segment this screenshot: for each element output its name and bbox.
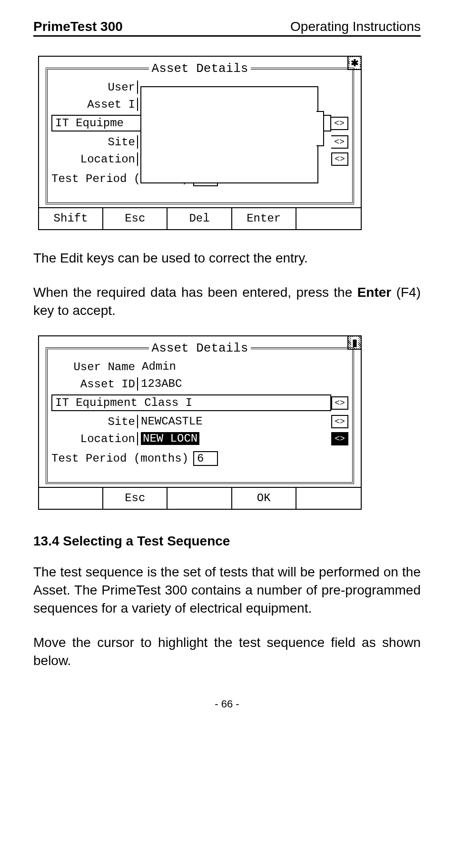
softkey-blank-2 (168, 488, 232, 509)
site-label: Site (51, 136, 137, 149)
asset-id-value-2[interactable]: 123ABC (137, 377, 331, 391)
softkey-blank-1 (39, 488, 103, 509)
softkey-row-2: Esc OK (39, 487, 361, 509)
location-arrows-icon[interactable]: <> (331, 152, 348, 166)
page-number: - 66 - (33, 698, 421, 710)
location-label: Location (51, 153, 137, 166)
user-label: User (51, 81, 137, 94)
location-value-2[interactable]: NEW LOCN (137, 432, 331, 445)
softkey-shift[interactable]: Shift (39, 208, 103, 229)
asset-id-label-2: Asset ID (51, 378, 137, 391)
softkey-blank (296, 208, 361, 229)
softkey-del[interactable]: Del (168, 208, 232, 229)
text-entry-popup[interactable] (140, 86, 318, 183)
paragraph-test-sequence: The test sequence is the set of tests th… (33, 563, 421, 617)
header-title-left: PrimeTest 300 (33, 19, 123, 34)
softkey-esc[interactable]: Esc (103, 208, 168, 229)
para2-pre: When the required data has been entered,… (33, 285, 357, 300)
softkey-enter[interactable]: Enter (232, 208, 296, 229)
page-header: PrimeTest 300 Operating Instructions (33, 19, 421, 37)
location-value-2-text: NEW LOCN (141, 432, 199, 445)
asset-id-label: Asset I (51, 98, 137, 111)
site-arrows-icon[interactable]: <> (331, 135, 348, 149)
softkey-row: Shift Esc Del Enter (39, 207, 361, 229)
class-arrows-icon[interactable]: <> (331, 117, 348, 130)
panel-title-2: Asset Details (149, 341, 251, 355)
softkey-ok[interactable]: OK (232, 488, 296, 509)
panel-title: Asset Details (149, 61, 251, 76)
paragraph-press-enter: When the required data has been entered,… (33, 283, 421, 320)
location-label-2: Location (51, 433, 137, 445)
paragraph-edit-keys: The Edit keys can be used to correct the… (33, 249, 421, 267)
user-name-value: Admin (137, 360, 331, 373)
header-title-right: Operating Instructions (290, 19, 421, 34)
para2-bold: Enter (357, 285, 392, 300)
section-heading: 13.4 Selecting a Test Sequence (33, 534, 421, 549)
location-arrows-icon-2[interactable]: <> (331, 432, 348, 445)
softkey-esc-2[interactable]: Esc (103, 488, 168, 509)
test-class-field-2[interactable]: IT Equipment Class I (51, 394, 331, 411)
paragraph-move-cursor: Move the cursor to highlight the test se… (33, 634, 421, 670)
device-screenshot-2: ▮ Asset Details User Name Admin Asset ID… (38, 335, 362, 510)
user-name-label: User Name (51, 361, 137, 373)
asset-details-panel: Asset Details User Asset I IT Equipme <>… (46, 61, 354, 204)
test-period-label-2: Test Period (months) (51, 452, 188, 465)
asset-details-panel-2: Asset Details User Name Admin Asset ID 1… (46, 341, 354, 484)
document-page: PrimeTest 300 Operating Instructions ✱ A… (0, 0, 454, 739)
site-label-2: Site (51, 415, 137, 428)
site-arrows-icon-2[interactable]: <> (331, 415, 348, 428)
softkey-blank-3 (296, 488, 361, 509)
class-arrows-icon-2[interactable]: <> (331, 396, 348, 410)
test-period-value-2[interactable]: 6 (193, 451, 218, 466)
device-screenshot-1: ✱ Asset Details User Asset I IT Equipme … (38, 56, 362, 230)
site-value-2[interactable]: NEWCASTLE (137, 415, 331, 428)
